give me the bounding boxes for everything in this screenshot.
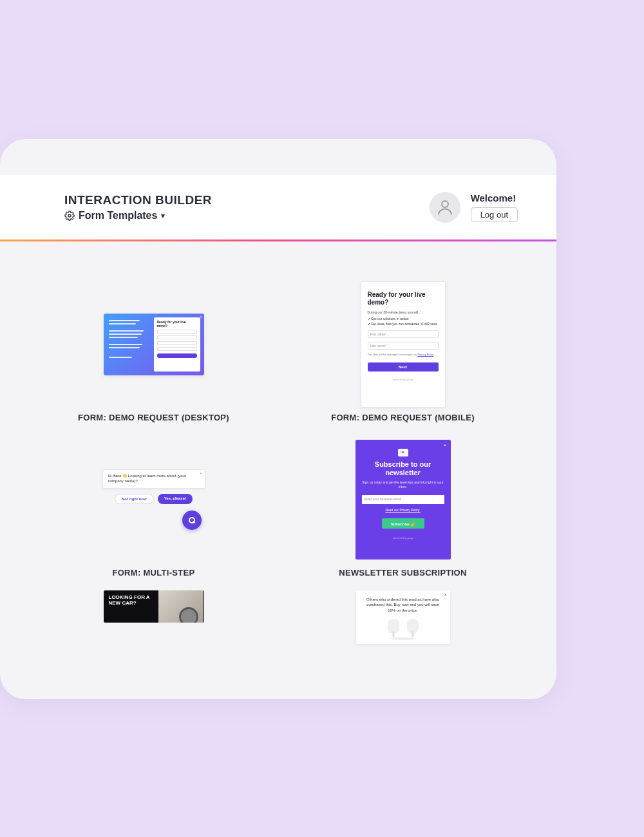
template-card-demo-mobile[interactable]: Ready for your live demo? During our 30-… bbox=[288, 280, 518, 422]
thumb-heading: Ready for your live demo? bbox=[157, 321, 197, 328]
thumb-button-no: Not right now bbox=[115, 494, 154, 504]
template-card-product[interactable]: × Others who ordered this product have a… bbox=[288, 590, 518, 646]
thumb-powered-by: powered by giosg bbox=[368, 378, 439, 381]
template-card-car[interactable]: × LOOKING FOR A NEW CAR? bbox=[39, 590, 269, 646]
thumb-button-yes: Yes, please! bbox=[158, 494, 193, 504]
thumb-heading: LOOKING FOR A NEW CAR? bbox=[109, 595, 159, 607]
card-title: FORM: DEMO REQUEST (DESKTOP) bbox=[78, 413, 229, 422]
chevron-down-icon: ▾ bbox=[161, 211, 165, 220]
header-left: INTERACTION BUILDER Form Templates ▾ bbox=[64, 193, 212, 221]
app-panel: INTERACTION BUILDER Form Templates ▾ Wel… bbox=[0, 139, 556, 699]
thumbnail: × LOOKING FOR A NEW CAR? bbox=[57, 590, 251, 623]
close-icon: × bbox=[200, 315, 202, 319]
template-card-demo-desktop[interactable]: × Ready for bbox=[39, 280, 269, 422]
gear-icon bbox=[64, 211, 75, 221]
thumbnail: × Hi there 👋 Looking to learn more about… bbox=[57, 435, 251, 564]
thumb-product: × Others who ordered this product have a… bbox=[356, 590, 450, 644]
svg-point-1 bbox=[442, 201, 448, 207]
thumb-privacy: Your data will be managed according to o… bbox=[368, 353, 439, 356]
welcome-text: Welcome! bbox=[471, 193, 516, 203]
logout-button[interactable]: Log out bbox=[471, 207, 518, 222]
close-icon: × bbox=[444, 442, 447, 448]
thumb-input: Enter your business email bbox=[362, 495, 444, 504]
template-grid: × Ready for bbox=[0, 241, 556, 646]
thumb-image bbox=[158, 590, 204, 623]
card-title: NEWSLETTER SUBSCRIPTION bbox=[339, 568, 466, 578]
close-icon: × bbox=[200, 471, 202, 476]
thumb-button: Subscribe 👍 bbox=[382, 518, 424, 529]
thumbnail: × Ready for bbox=[57, 280, 251, 409]
thumb-privacy: Read our Privacy Policy. bbox=[362, 508, 444, 512]
thumbnail: Ready for your live demo? During our 30-… bbox=[307, 280, 500, 409]
user-icon bbox=[435, 198, 455, 217]
thumbnail: × Others who ordered this product have a… bbox=[307, 590, 500, 646]
subtitle-label: Form Templates bbox=[79, 210, 157, 221]
thumb-bubble: × Hi there 👋 Looking to learn more about… bbox=[102, 469, 205, 489]
thumb-input: First name* bbox=[368, 330, 439, 338]
chat-fab-icon bbox=[182, 511, 202, 530]
thumb-heading: Ready for your live demo? bbox=[368, 291, 439, 306]
thumb-subtext: During our 30-minute demo you will… bbox=[368, 310, 439, 314]
thumb-demo-desktop: × Ready for bbox=[104, 314, 204, 375]
thumb-car: × LOOKING FOR A NEW CAR? bbox=[104, 590, 204, 623]
thumb-button: Next bbox=[368, 362, 439, 371]
thumb-subtext: Sign up today and get the latest tips an… bbox=[362, 480, 444, 489]
header-right: Welcome! Log out bbox=[430, 192, 518, 223]
thumb-newsletter: × 💌 Subscribe to our newsletter Sign up … bbox=[355, 440, 451, 560]
thumb-text: Others who ordered this product have als… bbox=[363, 597, 444, 613]
thumbnail: × 💌 Subscribe to our newsletter Sign up … bbox=[307, 435, 500, 564]
svg-point-0 bbox=[68, 214, 71, 217]
subtitle-dropdown[interactable]: Form Templates ▾ bbox=[64, 210, 212, 221]
avatar[interactable] bbox=[430, 192, 460, 223]
thumb-powered-by: powered by giosg bbox=[362, 536, 444, 540]
thumb-multistep: × Hi there 👋 Looking to learn more about… bbox=[102, 469, 205, 530]
template-card-newsletter[interactable]: × 💌 Subscribe to our newsletter Sign up … bbox=[288, 435, 518, 578]
close-icon: × bbox=[444, 592, 446, 597]
envelope-icon: 💌 bbox=[398, 449, 408, 456]
card-title: FORM: MULTI-STEP bbox=[112, 568, 194, 578]
thumb-bullets: ✔ See our solutions in action ✔ Get idea… bbox=[368, 317, 439, 326]
app-title: INTERACTION BUILDER bbox=[64, 193, 212, 207]
template-card-multistep[interactable]: × Hi there 👋 Looking to learn more about… bbox=[39, 435, 269, 578]
thumb-input: Last name* bbox=[368, 342, 439, 350]
welcome-column: Welcome! Log out bbox=[471, 193, 518, 222]
thumb-demo-mobile: Ready for your live demo? During our 30-… bbox=[361, 281, 446, 408]
card-title: FORM: DEMO REQUEST (MOBILE) bbox=[331, 413, 475, 422]
product-image bbox=[384, 619, 422, 637]
thumb-heading: Subscribe to our newsletter bbox=[362, 460, 444, 477]
header-bar: INTERACTION BUILDER Form Templates ▾ Wel… bbox=[0, 175, 556, 240]
